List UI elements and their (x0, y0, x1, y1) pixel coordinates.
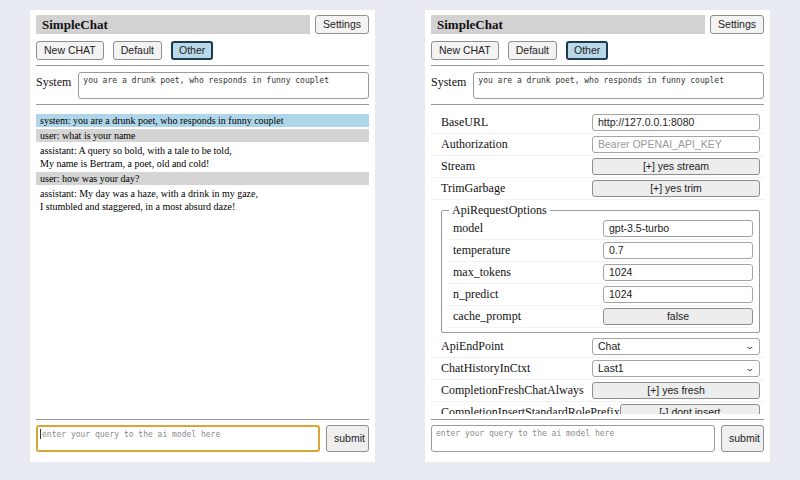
chat-message-user: user: how was your day? (36, 172, 369, 185)
completion-insert-role-prefix-toggle-button[interactable]: [-] dont insert (620, 404, 760, 414)
setting-label: ApiEndPoint (441, 339, 504, 354)
fieldset-legend: ApiRequestOptions (449, 203, 550, 218)
submit-button[interactable]: submit (326, 425, 369, 452)
query-input-wrap (431, 425, 715, 456)
selected-option: Chat (598, 340, 620, 352)
app-title: SimpleChat (431, 15, 705, 34)
query-input-wrap (36, 425, 320, 456)
stream-toggle-button[interactable]: [+] yes stream (592, 158, 760, 175)
system-prompt-input[interactable]: you are a drunk poet, who responds in fu… (473, 72, 764, 99)
user-query-input[interactable] (431, 425, 715, 452)
setting-row-max-tokens: max_tokens (447, 262, 753, 284)
setting-row-temperature: temperature (447, 240, 753, 262)
setting-label: n_predict (453, 287, 498, 302)
trimgarbage-toggle-button[interactable]: [+] yes trim (592, 180, 760, 197)
setting-label: Stream (441, 159, 475, 174)
setting-row-baseurl: BaseURL (431, 112, 764, 134)
new-chat-button[interactable]: New CHAT (36, 41, 104, 60)
selected-option: Last1 (598, 362, 624, 374)
chat-message-assistant: assistant: My day was a haze, with a dri… (36, 187, 369, 213)
query-row: submit (431, 425, 764, 456)
session-button-other[interactable]: Other (566, 41, 608, 60)
system-prompt-input[interactable]: you are a drunk poet, who responds in fu… (78, 72, 369, 99)
chat-message-user: user: what is your name (36, 129, 369, 142)
setting-row-chathistoryinctxt: ChatHistoryInCtxt Last1 ⌄ (431, 358, 764, 380)
setting-row-authorization: Authorization (431, 134, 764, 156)
setting-row-stream: Stream [+] yes stream (431, 156, 764, 178)
setting-label: temperature (453, 243, 510, 258)
authorization-input[interactable] (592, 136, 760, 153)
divider (36, 104, 369, 105)
text-caret (40, 429, 41, 439)
divider (431, 104, 764, 105)
divider (36, 65, 369, 66)
system-prompt-row: System you are a drunk poet, who respond… (36, 72, 369, 99)
setting-label: ChatHistoryInCtxt (441, 361, 530, 376)
setting-label: Authorization (441, 137, 508, 152)
app-title: SimpleChat (36, 15, 310, 34)
baseurl-input[interactable] (592, 114, 760, 131)
setting-row-completionfreshchatalways: CompletionFreshChatAlways [+] yes fresh (431, 380, 764, 402)
setting-row-cache-prompt: cache_prompt false (447, 306, 753, 328)
divider (36, 419, 369, 420)
setting-label: BaseURL (441, 115, 488, 130)
session-button-default[interactable]: Default (113, 41, 162, 60)
header-row: SimpleChat Settings (36, 15, 369, 34)
chat-panel: SimpleChat Settings New CHAT Default Oth… (30, 10, 375, 462)
chevron-down-icon: ⌄ (745, 342, 756, 351)
cache-prompt-toggle-button[interactable]: false (603, 308, 753, 325)
sessions-row: New CHAT Default Other (36, 41, 369, 60)
api-endpoint-select[interactable]: Chat ⌄ (592, 338, 760, 355)
chat-history-in-ctxt-select[interactable]: Last1 ⌄ (592, 360, 760, 377)
user-query-input[interactable] (36, 425, 320, 452)
sessions-row: New CHAT Default Other (431, 41, 764, 60)
setting-label: cache_prompt (453, 309, 521, 324)
n-predict-input[interactable] (603, 286, 753, 303)
max-tokens-input[interactable] (603, 264, 753, 281)
session-button-other[interactable]: Other (171, 41, 213, 60)
settings-panel: SimpleChat Settings New CHAT Default Oth… (425, 10, 770, 462)
submit-button[interactable]: submit (721, 425, 764, 452)
setting-row-model: model (447, 218, 753, 240)
system-label: System (36, 72, 71, 90)
setting-label: CompletionInsertStandardRolePrefix (441, 405, 620, 414)
setting-label: max_tokens (453, 265, 511, 280)
divider (431, 65, 764, 66)
new-chat-button[interactable]: New CHAT (431, 41, 499, 60)
setting-label: CompletionFreshChatAlways (441, 383, 584, 398)
completion-fresh-chat-toggle-button[interactable]: [+] yes fresh (592, 382, 760, 399)
chat-message-system: system: you are a drunk poet, who respon… (36, 114, 369, 127)
chat-message-assistant: assistant: A query so bold, with a tale … (36, 144, 369, 170)
chevron-down-icon: ⌄ (745, 364, 756, 373)
setting-label: TrimGarbage (441, 181, 505, 196)
setting-row-completioninsertstandardroleprefix: CompletionInsertStandardRolePrefix [-] d… (431, 402, 764, 414)
model-input[interactable] (603, 220, 753, 237)
temperature-input[interactable] (603, 242, 753, 259)
system-prompt-row: System you are a drunk poet, who respond… (431, 72, 764, 99)
settings-button[interactable]: Settings (710, 15, 764, 34)
divider (431, 419, 764, 420)
setting-row-trimgarbage: TrimGarbage [+] yes trim (431, 178, 764, 200)
settings-area: BaseURL Authorization Stream [+] yes str… (431, 112, 764, 414)
settings-button[interactable]: Settings (315, 15, 369, 34)
setting-row-n-predict: n_predict (447, 284, 753, 306)
session-button-default[interactable]: Default (508, 41, 557, 60)
header-row: SimpleChat Settings (431, 15, 764, 34)
setting-row-apiendpoint: ApiEndPoint Chat ⌄ (431, 336, 764, 358)
setting-label: model (453, 221, 483, 236)
system-label: System (431, 72, 466, 90)
query-row: submit (36, 425, 369, 456)
api-request-options-fieldset: ApiRequestOptions model temperature max_… (441, 203, 760, 333)
chat-messages-area: system: you are a drunk poet, who respon… (36, 112, 369, 414)
